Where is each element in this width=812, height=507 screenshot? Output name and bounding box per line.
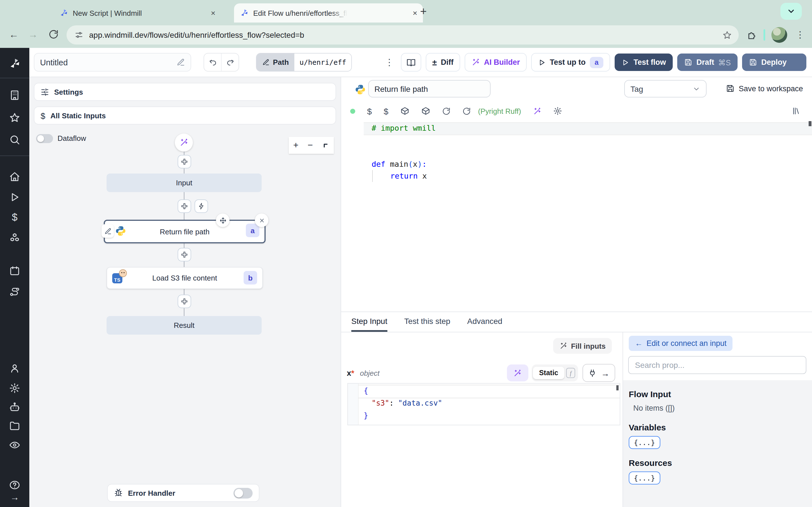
- package-icon[interactable]: [421, 107, 430, 115]
- wand-sparkles-icon[interactable]: [533, 107, 541, 115]
- code-editor[interactable]: # import wmill def main(x): return x: [341, 120, 812, 312]
- edit-pencil-icon[interactable]: [176, 58, 185, 66]
- expression-mode-button[interactable]: f: [564, 368, 577, 378]
- sidebar-item-home[interactable]: [9, 171, 20, 182]
- back-button[interactable]: ←: [9, 29, 18, 41]
- url-bar[interactable]: app.windmill.dev/flows/edit/u/henri/effo…: [66, 25, 739, 45]
- search-prop-input[interactable]: [628, 356, 806, 374]
- insert-trigger-button[interactable]: [195, 200, 208, 213]
- sidebar-item-workspace[interactable]: [9, 90, 20, 101]
- tab-close-icon[interactable]: ×: [413, 9, 417, 17]
- ai-flow-button[interactable]: [175, 133, 193, 152]
- insert-step-button[interactable]: [177, 155, 191, 168]
- tab-test-this-step[interactable]: Test this step: [404, 312, 450, 332]
- edit-step-button[interactable]: [101, 224, 114, 238]
- reload-icon[interactable]: [442, 107, 450, 115]
- resources-object-chip[interactable]: {...}: [629, 471, 660, 485]
- package-icon[interactable]: [400, 107, 409, 115]
- sidebar-item-variables[interactable]: $: [9, 212, 20, 223]
- json-input-editor[interactable]: { "s3": "data.csv" }: [347, 383, 620, 425]
- path-selector[interactable]: Path u/henri/eff: [256, 53, 352, 71]
- error-handler-card[interactable]: Error Handler: [107, 484, 259, 502]
- test-up-to-button[interactable]: Test up to a: [531, 53, 610, 71]
- flow-input-node[interactable]: Input: [107, 173, 262, 192]
- tab-search-button[interactable]: [780, 3, 802, 20]
- gear-icon[interactable]: [553, 107, 562, 115]
- flow-result-node[interactable]: Result: [107, 316, 262, 335]
- edit-or-connect-button[interactable]: ← Edit or connect an input: [629, 336, 733, 351]
- flow-settings-button[interactable]: Settings: [34, 83, 336, 101]
- delete-step-button[interactable]: [255, 214, 268, 227]
- sidebar-expand-arrow[interactable]: →: [9, 492, 20, 504]
- sidebar-item-folders[interactable]: [9, 420, 20, 432]
- plug-icon[interactable]: [588, 369, 597, 377]
- new-tab-button[interactable]: +: [420, 5, 426, 18]
- sidebar-item-search[interactable]: [9, 134, 20, 145]
- step-name-input[interactable]: [368, 80, 491, 98]
- tab-step-input[interactable]: Step Input: [351, 312, 388, 332]
- move-step-button[interactable]: [216, 214, 230, 227]
- paren: ): [417, 159, 422, 168]
- dataflow-toggle[interactable]: [36, 134, 53, 143]
- windmill-logo[interactable]: [8, 57, 21, 70]
- docs-button[interactable]: [401, 53, 421, 71]
- sidebar-item-favorites[interactable]: [9, 112, 20, 123]
- diff-button[interactable]: ± Diff: [425, 53, 460, 71]
- reload-icon[interactable]: [462, 107, 470, 115]
- reload-button[interactable]: [49, 29, 59, 40]
- json-key: "s3": [371, 399, 389, 407]
- error-handler-toggle[interactable]: [234, 488, 253, 498]
- sidebar-item-audit-logs[interactable]: [9, 439, 20, 451]
- sidebar-item-runs[interactable]: [9, 191, 20, 203]
- sidebar-item-users[interactable]: [9, 363, 20, 374]
- deploy-button[interactable]: Deploy: [742, 54, 806, 71]
- tag-select[interactable]: Tag: [624, 80, 707, 98]
- static-mode-pill[interactable]: Static: [533, 367, 564, 379]
- test-flow-button[interactable]: Test flow: [615, 54, 673, 71]
- bookmark-star-icon[interactable]: [722, 30, 732, 40]
- all-static-inputs-button[interactable]: $ All Static Inputs: [34, 107, 336, 124]
- ai-builder-button[interactable]: AI Builder: [465, 53, 527, 71]
- site-info-icon[interactable]: [74, 31, 84, 40]
- prop-picker-section: Flow Input No items ([]) Variables {...}…: [623, 380, 812, 507]
- insert-step-button[interactable]: [177, 248, 191, 262]
- flow-step-node-b[interactable]: TS Load S3 file content b: [107, 267, 263, 289]
- path-button[interactable]: Path: [257, 54, 294, 71]
- tab-close-icon[interactable]: ×: [211, 9, 215, 17]
- tab-advanced[interactable]: Advanced: [467, 312, 502, 332]
- zoom-out-button[interactable]: −: [308, 140, 313, 151]
- error-handler-label: Error Handler: [128, 489, 175, 497]
- sidebar-item-flows[interactable]: [9, 286, 20, 297]
- avatar[interactable]: [771, 27, 787, 43]
- variables-object-chip[interactable]: {...}: [629, 436, 660, 449]
- browser-menu-kebab[interactable]: ⋮: [796, 29, 805, 40]
- sidebar-item-schedules[interactable]: [9, 265, 20, 277]
- arrow-right-icon[interactable]: →: [601, 368, 610, 378]
- sidebar-item-settings[interactable]: [9, 383, 20, 394]
- insert-step-button[interactable]: [177, 295, 191, 308]
- resources-icon[interactable]: $: [384, 106, 389, 116]
- ai-fill-button[interactable]: [507, 364, 528, 381]
- browser-tab-inactive[interactable]: New Script | Windmill ×: [54, 3, 221, 22]
- extensions-button[interactable]: [747, 29, 757, 40]
- fullscreen-icon[interactable]: [322, 142, 329, 149]
- undo-button[interactable]: [204, 54, 221, 71]
- sidebar-item-workers[interactable]: [9, 402, 20, 413]
- variables-icon[interactable]: $: [367, 106, 372, 116]
- flow-name-field[interactable]: Untitled: [34, 53, 191, 71]
- sidebar-item-resources[interactable]: [9, 232, 20, 243]
- library-icon[interactable]: [792, 107, 801, 115]
- sidebar-item-help[interactable]: [9, 480, 20, 491]
- json-scrollbar-thumb[interactable]: [616, 385, 619, 390]
- forward-button[interactable]: →: [28, 29, 38, 41]
- zoom-in-button[interactable]: +: [293, 140, 299, 151]
- browser-tab-active[interactable]: Edit Flow u/henri/effortless_fl ×: [234, 3, 423, 22]
- flow-step-node-a[interactable]: Return file path a: [104, 220, 266, 243]
- toolbar-kebab-menu[interactable]: ⋮: [383, 57, 396, 68]
- fill-inputs-button[interactable]: Fill inputs: [553, 338, 612, 354]
- draft-button[interactable]: Draft ⌘S: [677, 54, 738, 71]
- insert-step-button[interactable]: [177, 200, 191, 213]
- redo-button[interactable]: [221, 54, 239, 71]
- code-scrollbar-thumb[interactable]: [809, 121, 811, 126]
- save-to-workspace-button[interactable]: Save to workspace: [726, 84, 803, 93]
